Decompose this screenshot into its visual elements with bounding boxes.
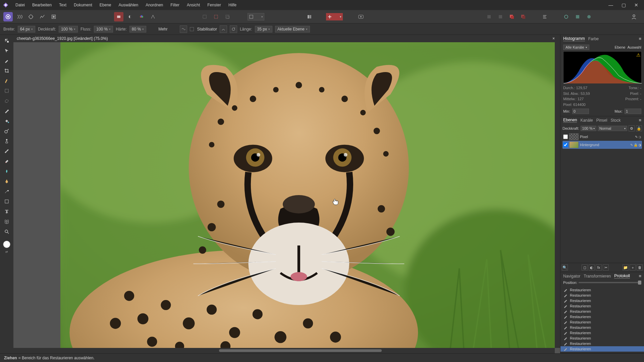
panel-menu-icon[interactable]: ≡ <box>639 36 641 41</box>
menu-anordnen[interactable]: Anordnen <box>142 1 166 9</box>
maximize-button[interactable]: ▢ <box>619 2 629 8</box>
history-item[interactable]: Restaurieren <box>560 309 644 314</box>
color-swatch[interactable] <box>3 241 10 248</box>
selection-add-icon[interactable] <box>211 12 221 21</box>
assistant-off-icon[interactable] <box>484 12 494 21</box>
layer-row-background[interactable]: Hintergrund ✎🔒◑ <box>562 141 642 149</box>
channels-tab[interactable]: Kanäle <box>580 118 593 123</box>
menu-text[interactable]: Text <box>56 1 70 9</box>
eyedropper-icon[interactable] <box>2 187 11 196</box>
rope-mode-icon[interactable] <box>220 25 227 33</box>
selection-brush-icon[interactable] <box>2 56 11 65</box>
history-item[interactable]: Restaurieren <box>560 346 644 352</box>
vertical-scrollbar[interactable] <box>555 42 560 348</box>
auto-contrast-icon[interactable] <box>125 12 135 21</box>
history-item[interactable]: Restaurieren <box>560 293 644 298</box>
navigator-tab[interactable]: Navigator <box>563 274 580 279</box>
conflict-red-icon[interactable] <box>507 12 517 21</box>
dodge-tool-icon[interactable] <box>2 127 11 135</box>
smudge-tool-icon[interactable] <box>2 167 11 176</box>
snap-dropdown[interactable]: ▾ <box>326 13 343 20</box>
marquee-tool-icon[interactable] <box>2 86 11 95</box>
hardness-dropdown[interactable]: 80 %▾ <box>129 26 146 33</box>
export-persona-icon[interactable] <box>49 12 58 21</box>
max-input[interactable] <box>625 109 641 114</box>
panel-menu-icon[interactable]: ≡ <box>639 118 641 123</box>
warning-icon[interactable]: ⚠ <box>636 52 641 58</box>
wet-edges-icon[interactable] <box>180 25 187 33</box>
selection-subtract-icon[interactable] <box>223 12 232 21</box>
selection-scope[interactable]: Auswahl <box>627 45 641 49</box>
zoom-tool-icon[interactable] <box>2 227 11 236</box>
arrange-icon[interactable] <box>305 12 314 21</box>
current-layer-dropdown[interactable]: Aktuelle Ebene▾ <box>275 26 310 33</box>
auto-whitebalance-icon[interactable] <box>148 12 158 21</box>
sync-icon[interactable] <box>561 12 571 21</box>
opacity-dropdown[interactable]: 100 %▾ <box>59 26 78 33</box>
length-dropdown[interactable]: 35 px▾ <box>255 26 272 33</box>
shape-tool-icon[interactable] <box>2 197 11 206</box>
layer-scope[interactable]: Ebene <box>615 45 626 49</box>
erase-tool-icon[interactable] <box>2 157 11 166</box>
menu-datei[interactable]: Datei <box>12 1 28 9</box>
pen-tool-icon[interactable] <box>2 177 11 186</box>
min-input[interactable] <box>572 109 589 114</box>
menu-filter[interactable]: Filter <box>167 1 183 9</box>
histogram-tab[interactable]: Histogramm <box>563 36 585 41</box>
delete-layer-icon[interactable]: 🗑 <box>637 264 643 270</box>
canvas-viewport[interactable] <box>13 42 560 353</box>
move-tool-icon[interactable] <box>2 46 11 55</box>
panel-menu-icon[interactable]: ≡ <box>639 274 641 279</box>
paint-brush-icon[interactable] <box>2 107 11 115</box>
assistant-warn-icon[interactable] <box>496 12 505 21</box>
history-item[interactable]: Restaurieren <box>560 314 644 319</box>
account-icon[interactable] <box>629 12 639 21</box>
crop-layer-icon[interactable]: ✂ <box>603 264 609 270</box>
mesh-warp-icon[interactable] <box>2 217 11 226</box>
photo-persona-icon[interactable] <box>3 12 13 21</box>
menu-ansicht[interactable]: Ansicht <box>183 1 203 9</box>
color-tab[interactable]: Farbe <box>588 37 599 41</box>
adjustment-icon[interactable]: ◐ <box>589 264 595 270</box>
edit-icon[interactable]: ✎ <box>630 143 633 147</box>
close-button[interactable]: ✕ <box>631 2 641 8</box>
history-item[interactable]: Restaurieren <box>560 341 644 346</box>
stabilizer-checkbox[interactable] <box>190 27 194 31</box>
history-item[interactable]: Restaurieren <box>560 336 644 341</box>
lock-icon[interactable]: 🔒 <box>634 143 638 147</box>
visibility-toggle[interactable] <box>563 142 568 147</box>
brushes-tab[interactable]: Pinsel <box>596 118 607 123</box>
crop-dropdown[interactable]: ▾ <box>248 13 264 20</box>
channel-dropdown[interactable]: Alle Kanäle▾ <box>563 45 589 50</box>
develop-persona-icon[interactable] <box>26 12 36 21</box>
menu-hilfe[interactable]: Hilfe <box>225 1 240 9</box>
crop-tool-icon[interactable] <box>2 66 11 75</box>
edit-icon[interactable]: ✎ <box>635 135 638 139</box>
visibility-icon[interactable]: ◑ <box>638 135 641 139</box>
menu-dokument[interactable]: Dokument <box>70 1 96 9</box>
layer-opacity-dropdown[interactable]: 100 %▾ <box>581 126 596 131</box>
clone-tool-icon[interactable] <box>2 137 11 145</box>
fx-icon[interactable]: fx <box>596 264 602 270</box>
more-button[interactable]: Mehr <box>158 27 167 32</box>
text-tool-icon[interactable]: A <box>2 207 11 216</box>
menu-bearbeiten[interactable]: Bearbeiten <box>29 1 55 9</box>
layer-row-pixel[interactable]: Pixel ✎◑ <box>562 133 642 141</box>
window-mode-icon[interactable] <box>230 25 237 33</box>
align-icon[interactable] <box>540 12 549 21</box>
tone-mapping-persona-icon[interactable] <box>38 12 47 21</box>
history-slider[interactable]: Position: <box>563 281 641 285</box>
history-item[interactable]: Restaurieren <box>560 287 644 293</box>
history-tab[interactable]: Protokoll <box>614 274 630 279</box>
view-tool-icon[interactable] <box>2 36 11 45</box>
cloud-icon[interactable] <box>584 12 594 21</box>
layer-lock-icon[interactable]: 🔒 <box>636 125 642 131</box>
auto-levels-icon[interactable] <box>114 12 123 21</box>
minimize-button[interactable]: — <box>606 2 616 8</box>
add-layer-icon[interactable]: ＋ <box>630 264 636 270</box>
history-item[interactable]: Restaurieren <box>560 325 644 330</box>
blend-mode-dropdown[interactable]: Normal▾ <box>598 126 627 131</box>
mask-icon[interactable]: ◻ <box>582 264 588 270</box>
close-tab-icon[interactable]: × <box>550 36 557 41</box>
selection-new-icon[interactable] <box>200 12 209 21</box>
